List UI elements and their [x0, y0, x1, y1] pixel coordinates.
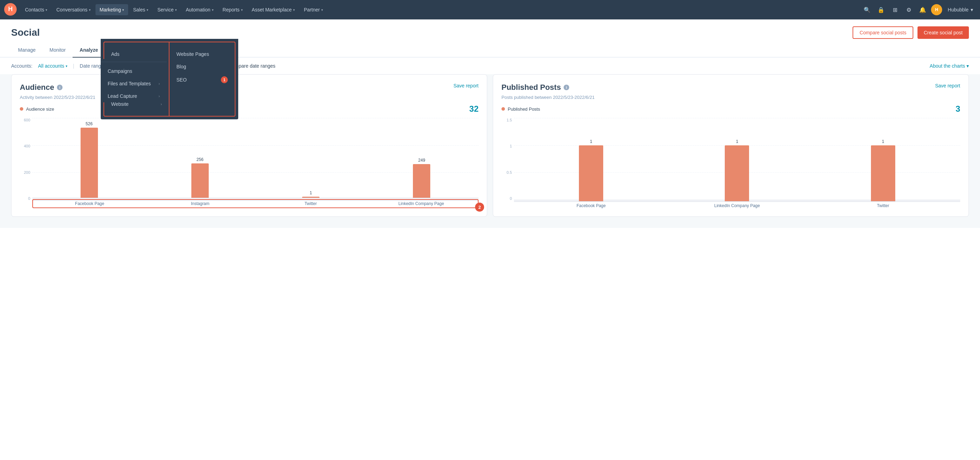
accounts-select[interactable]: All accounts ▾ — [38, 63, 67, 69]
chevron-down-icon: ▾ — [241, 8, 243, 12]
published-bar-chart: 1.5 1 0.5 0 — [501, 118, 960, 208]
nav-reports[interactable]: Reports ▾ — [218, 4, 247, 15]
y-axis: 1.5 1 0.5 0 — [501, 118, 514, 208]
header-actions: Compare social posts Create social post — [853, 26, 969, 39]
dropdown-divider — [101, 62, 167, 62]
nav-automation[interactable]: Automation ▾ — [181, 4, 218, 15]
grid-icon[interactable]: ⊞ — [889, 4, 900, 15]
audience-chart-card: Audience i Save report Activity between … — [11, 74, 487, 217]
bar-pub-twitter-rect — [871, 145, 895, 201]
chevron-right-icon: › — [159, 82, 160, 86]
dropdown-website-pages[interactable]: Website Pages — [169, 48, 235, 60]
bell-icon[interactable]: 🔔 — [917, 4, 928, 15]
published-chart-header: Published Posts i Save report — [501, 83, 960, 92]
audience-subtitle: Activity between 2022/5/23-2022/6/21 — [20, 95, 479, 100]
bar-twitter-rect — [302, 197, 320, 198]
x-axis-labels-wrapper: Facebook Page Instagram Twitter LinkedIn… — [32, 199, 479, 208]
bar-facebook: 526 — [35, 118, 143, 198]
bar-pub-linkedin: 1 — [668, 118, 806, 201]
badge-1: 1 — [221, 76, 228, 83]
svg-text:H: H — [8, 6, 13, 13]
tab-monitor[interactable]: Monitor — [43, 43, 73, 57]
user-menu[interactable]: Hububble ▾ — [945, 6, 976, 14]
lock-icon[interactable]: 🔒 — [875, 4, 886, 15]
published-legend: Published Posts 3 — [501, 104, 960, 114]
nav-contacts[interactable]: Contacts ▾ — [21, 4, 51, 15]
tab-manage[interactable]: Manage — [11, 43, 43, 57]
about-charts-button[interactable]: About the charts ▾ — [930, 63, 969, 69]
accounts-label: Accounts: — [11, 63, 32, 69]
create-social-post-button[interactable]: Create social post — [918, 26, 969, 39]
dropdown-seo[interactable]: SEO 1 — [169, 73, 235, 87]
nav-items: Contacts ▾ Conversations ▾ Marketing ▾ S… — [21, 4, 862, 15]
audience-chart-header: Audience i Save report — [20, 83, 479, 92]
chevron-right-icon: › — [161, 102, 162, 106]
search-icon[interactable]: 🔍 — [862, 4, 873, 15]
published-subtitle: Posts published between 2022/5/23-2022/6… — [501, 95, 960, 100]
bar-pub-twitter: 1 — [815, 118, 952, 201]
chevron-down-icon: ▾ — [966, 63, 969, 69]
settings-icon[interactable]: ⚙ — [903, 4, 914, 15]
bar-pub-facebook: 1 — [522, 118, 660, 201]
chevron-down-icon: ▾ — [66, 64, 67, 68]
nav-service[interactable]: Service ▾ — [153, 4, 181, 15]
chevron-down-icon: ▾ — [212, 8, 213, 12]
chevron-down-icon: ▾ — [89, 8, 91, 12]
nav-asset-marketplace[interactable]: Asset Marketplace ▾ — [248, 4, 299, 15]
audience-chart-title: Audience i — [20, 83, 62, 92]
chevron-down-icon: ▾ — [122, 8, 124, 12]
dropdown-blog[interactable]: Blog — [169, 60, 235, 73]
nav-marketing[interactable]: Marketing ▾ — [95, 4, 128, 15]
compare-social-posts-button[interactable]: Compare social posts — [853, 26, 913, 39]
nav-partner[interactable]: Partner ▾ — [300, 4, 327, 15]
dropdown-files-templates[interactable]: Files and Templates › — [101, 77, 167, 90]
legend-dot — [20, 107, 23, 111]
page-header: Social Compare social posts Create socia… — [0, 19, 980, 39]
bar-twitter: 1 — [257, 118, 365, 198]
badge-2: 2 — [475, 203, 484, 212]
bar-pub-facebook-rect — [579, 145, 603, 201]
chevron-down-icon: ▾ — [321, 8, 323, 12]
audience-save-report[interactable]: Save report — [453, 83, 479, 89]
dropdown-campaigns[interactable]: Campaigns — [101, 65, 167, 77]
bar-linkedin: 249 — [368, 118, 476, 198]
avatar: H — [931, 4, 942, 15]
dropdown-right-col: Website Pages Blog SEO 1 — [169, 42, 235, 117]
audience-legend: Audience size 32 — [20, 104, 479, 114]
chevron-down-icon: ▾ — [175, 8, 177, 12]
chevron-down-icon: ▾ — [146, 8, 148, 12]
bar-instagram: 256 — [146, 118, 254, 198]
bar-linkedin-rect — [413, 164, 430, 198]
x-axis-labels: Facebook Page Instagram Twitter LinkedIn… — [32, 199, 479, 208]
tab-analyze[interactable]: Analyze — [73, 43, 105, 57]
chevron-down-icon: ▾ — [970, 7, 973, 13]
chevron-down-icon: ▾ — [46, 8, 47, 12]
nav-right-icons: 🔍 🔒 ⊞ ⚙ 🔔 H Hububble ▾ — [862, 4, 976, 15]
bar-facebook-rect — [81, 128, 98, 198]
bars-container: 526 256 1 — [32, 118, 479, 198]
info-icon: i — [564, 85, 569, 90]
hubspot-logo[interactable]: H — [4, 3, 17, 17]
published-save-report[interactable]: Save report — [935, 83, 960, 89]
y-axis: 600 400 200 0 — [20, 118, 32, 208]
audience-bar-chart: 600 400 200 0 — [20, 118, 479, 208]
published-bars-container: 1 1 1 — [514, 118, 960, 202]
bar-instagram-rect — [191, 163, 209, 198]
top-navigation: H Contacts ▾ Conversations ▾ Marketing ▾… — [0, 0, 980, 19]
legend-dot — [501, 107, 505, 111]
nav-sales[interactable]: Sales ▾ — [129, 4, 153, 15]
dropdown-bottom-col: Campaigns Files and Templates › Lead Cap… — [101, 59, 167, 102]
dropdown-ads[interactable]: Ads — [104, 48, 169, 60]
chevron-down-icon: ▾ — [293, 8, 295, 12]
page-title: Social — [11, 27, 40, 38]
pub-x-axis-labels: Facebook Page LinkedIn Company Page Twit… — [514, 202, 960, 208]
info-icon: i — [57, 85, 62, 90]
chevron-right-icon: › — [159, 94, 160, 98]
nav-conversations[interactable]: Conversations ▾ — [52, 4, 95, 15]
published-posts-chart-card: Published Posts i Save report Posts publ… — [493, 74, 969, 217]
dropdown-lead-capture[interactable]: Lead Capture › — [101, 90, 167, 102]
published-chart-title: Published Posts i — [501, 83, 569, 92]
bar-pub-linkedin-rect — [725, 145, 749, 201]
